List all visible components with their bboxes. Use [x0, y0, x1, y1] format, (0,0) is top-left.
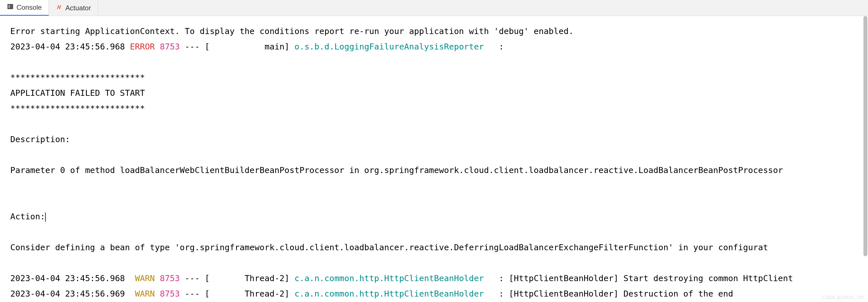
log-separator: :	[494, 289, 509, 299]
actuator-icon	[56, 4, 63, 12]
console-line	[10, 116, 868, 132]
console-line	[10, 224, 868, 240]
log-logger: c.a.n.common.http.HttpClientBeanHolder	[294, 289, 494, 299]
text-cursor	[45, 213, 46, 222]
svg-rect-0	[7, 4, 13, 9]
log-timestamp: 2023-04-04 23:45:56.969	[10, 289, 130, 299]
log-level: WARN	[130, 289, 155, 299]
console-line: 2023-04-04 23:45:56.968 WARN 8753 --- [ …	[10, 271, 868, 286]
console-line	[10, 255, 868, 271]
tab-console[interactable]: Console	[0, 0, 49, 16]
console-line: Parameter 0 of method loadBalancerWebCli…	[10, 162, 868, 178]
console-line: ***************************	[10, 70, 868, 85]
watermark: CSDN @ZHOU_VIP	[822, 295, 864, 300]
vertical-scrollbar-thumb[interactable]	[863, 16, 867, 256]
log-logger: o.s.b.d.LoggingFailureAnalysisReporter	[294, 42, 494, 52]
vertical-scrollbar-track[interactable]	[862, 16, 868, 302]
log-logger: c.a.n.common.http.HttpClientBeanHolder	[294, 273, 494, 283]
console-line	[10, 147, 868, 162]
console-line: ***************************	[10, 101, 868, 116]
console-line: Consider defining a bean of type 'org.sp…	[10, 240, 868, 255]
console-line: 2023-04-04 23:45:56.969 WARN 8753 --- [ …	[10, 286, 868, 301]
console-line	[10, 54, 868, 70]
console-line: 2023-04-04 23:45:56.968 ERROR 8753 --- […	[10, 39, 868, 54]
log-separator: :	[494, 273, 509, 283]
console-output[interactable]: Error starting ApplicationContext. To di…	[0, 16, 868, 302]
log-thread: --- [ Thread-2]	[180, 273, 294, 283]
log-thread: --- [ main]	[180, 42, 294, 52]
log-level: WARN	[130, 273, 155, 283]
log-separator: :	[494, 42, 509, 52]
log-timestamp: 2023-04-04 23:45:56.968	[10, 273, 130, 283]
tab-bar: Console Actuator	[0, 0, 868, 16]
console-line: Description:	[10, 132, 868, 147]
tab-console-label: Console	[17, 3, 42, 11]
console-text: Action:	[10, 212, 45, 221]
log-thread: --- [ Thread-2]	[180, 289, 294, 299]
console-icon	[7, 3, 14, 12]
tab-actuator[interactable]: Actuator	[49, 0, 98, 16]
log-message: [HttpClientBeanHolder] Start destroying …	[509, 273, 793, 283]
console-line	[10, 178, 868, 193]
console-line: Error starting ApplicationContext. To di…	[10, 23, 868, 39]
tab-actuator-label: Actuator	[65, 4, 91, 12]
console-line	[10, 193, 868, 209]
log-level: ERROR	[130, 42, 155, 52]
log-message: [HttpClientBeanHolder] Destruction of th…	[509, 289, 733, 299]
log-pid: 8753	[160, 289, 180, 299]
log-pid: 8753	[160, 273, 180, 283]
console-line: Action:	[10, 209, 868, 224]
log-pid: 8753	[160, 42, 180, 52]
log-timestamp: 2023-04-04 23:45:56.968	[10, 42, 130, 52]
console-line: APPLICATION FAILED TO START	[10, 85, 868, 101]
